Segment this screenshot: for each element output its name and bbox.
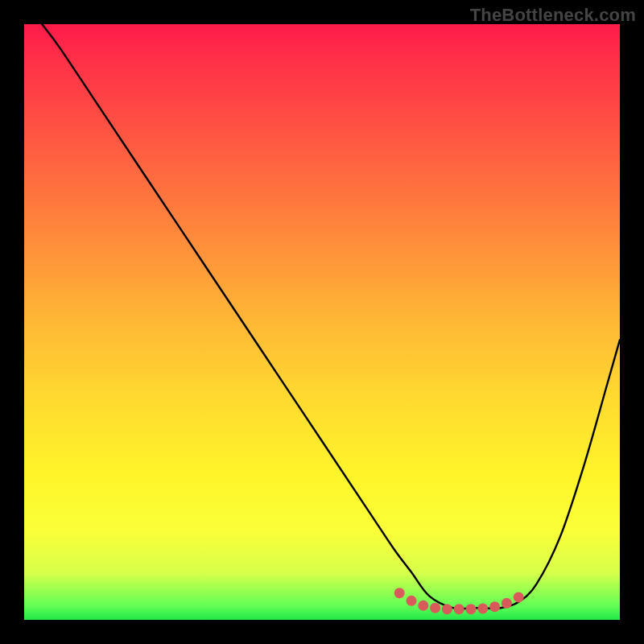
optimal-marker — [466, 604, 477, 614]
optimal-band-markers — [394, 588, 524, 614]
optimal-marker — [430, 603, 440, 613]
watermark-text: TheBottleneck.com — [470, 5, 636, 26]
optimal-marker — [502, 598, 512, 609]
chart-container: TheBottleneck.com — [0, 0, 644, 644]
optimal-marker — [418, 601, 428, 611]
curve-layer — [24, 24, 620, 620]
plot-area — [24, 24, 620, 620]
optimal-marker — [442, 604, 452, 614]
optimal-marker — [394, 588, 405, 598]
optimal-marker — [407, 596, 417, 606]
optimal-marker — [477, 603, 488, 613]
optimal-marker — [454, 604, 464, 614]
optimal-marker — [489, 601, 500, 612]
optimal-marker — [514, 592, 524, 602]
bottleneck-curve — [42, 24, 620, 609]
